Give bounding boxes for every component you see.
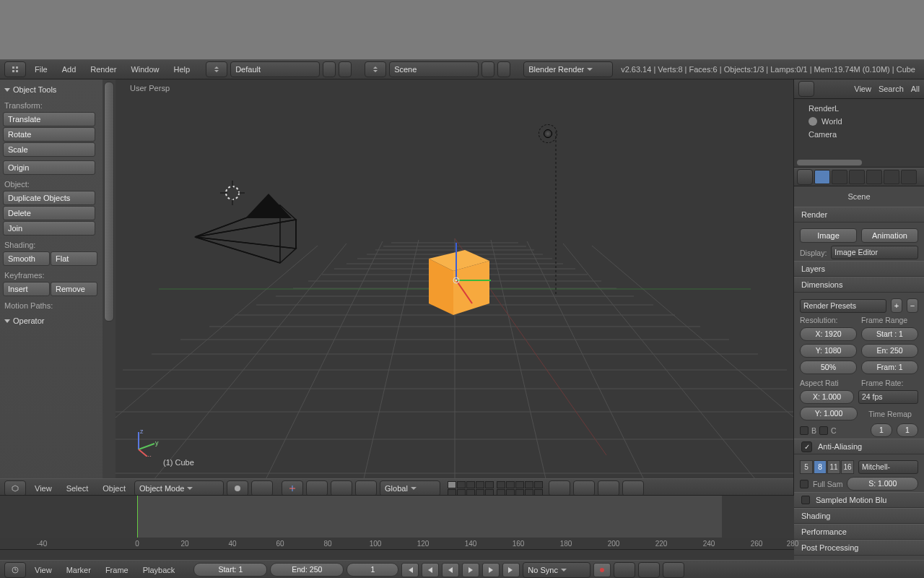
tab-constraints[interactable] xyxy=(884,170,899,184)
menu-file[interactable]: File xyxy=(29,65,53,74)
render-engine-dropdown[interactable]: Blender Render xyxy=(523,61,613,77)
aa-5[interactable]: 5 xyxy=(800,460,813,474)
outliner-item-renderlayers[interactable]: RenderL xyxy=(808,102,921,115)
manipulator-translate[interactable] xyxy=(306,480,328,496)
field-frame-start[interactable]: Start : 1 xyxy=(861,327,918,341)
section-render[interactable]: Render xyxy=(794,207,924,223)
manipulator-toggle[interactable] xyxy=(282,480,303,496)
fps-dropdown[interactable]: 24 fps xyxy=(858,390,918,404)
menu-view[interactable]: View xyxy=(29,484,58,493)
layout-add[interactable] xyxy=(323,61,336,77)
tab-modifiers[interactable] xyxy=(901,170,917,184)
section-layers[interactable]: Layers xyxy=(794,261,924,277)
outliner-menu-view[interactable]: View xyxy=(854,85,871,93)
field-current-frame[interactable]: 1 xyxy=(346,563,398,577)
scene-browse[interactable] xyxy=(365,61,386,77)
sync-dropdown[interactable]: No Sync xyxy=(523,562,590,578)
section-smb[interactable]: Sampled Motion Blu xyxy=(794,492,924,508)
btn-insert-key[interactable]: Insert xyxy=(3,282,50,296)
full-sample-toggle[interactable] xyxy=(800,480,808,488)
panel-operator[interactable]: Operator xyxy=(3,315,105,328)
editor-type-selector[interactable] xyxy=(4,61,26,77)
tl-menu-marker[interactable]: Marker xyxy=(61,566,97,574)
field-remap-new[interactable]: 1 xyxy=(897,423,918,437)
keying-set-dropdown[interactable] xyxy=(614,562,635,578)
display-dropdown[interactable]: Image Editor xyxy=(831,246,918,259)
editor-type-outliner[interactable] xyxy=(798,81,814,97)
btn-remove-key[interactable]: Remove xyxy=(51,282,97,296)
preset-remove[interactable]: − xyxy=(907,298,918,313)
outliner-item-camera[interactable]: Camera xyxy=(808,128,921,141)
outliner-menu-search[interactable]: Search xyxy=(879,85,904,93)
btn-scale[interactable]: Scale xyxy=(3,142,95,157)
btn-delete[interactable]: Delete xyxy=(3,206,95,220)
menu-window[interactable]: Window xyxy=(125,65,165,74)
section-post[interactable]: Post Processing xyxy=(794,540,924,556)
key-insert[interactable] xyxy=(638,562,660,578)
scene-add[interactable] xyxy=(481,61,494,77)
field-aspect-y[interactable]: Y: 1.000 xyxy=(800,407,858,420)
tab-object[interactable] xyxy=(866,170,882,184)
tl-menu-frame[interactable]: Frame xyxy=(100,566,134,574)
layer-buttons[interactable] xyxy=(448,481,543,496)
btn-prev-key[interactable] xyxy=(422,563,439,577)
aa-samples[interactable]: 581116 xyxy=(800,460,854,474)
btn-autokey[interactable] xyxy=(593,563,611,577)
btn-origin[interactable]: Origin xyxy=(3,160,95,175)
tl-menu-view[interactable]: View xyxy=(29,566,58,574)
btn-rotate[interactable]: Rotate xyxy=(3,127,95,142)
render-presets-dropdown[interactable]: Render Presets xyxy=(800,299,886,313)
menu-object[interactable]: Object xyxy=(97,484,131,493)
field-frame-end[interactable]: En: 250 xyxy=(861,344,918,358)
manipulator-rotate[interactable] xyxy=(331,480,352,496)
tab-render[interactable] xyxy=(814,170,830,184)
btn-render-image[interactable]: Image xyxy=(800,228,857,243)
section-performance[interactable]: Performance xyxy=(794,524,924,540)
outliner-tree[interactable]: RenderL World Camera xyxy=(794,99,924,168)
key-delete[interactable] xyxy=(663,562,684,578)
editor-type-properties[interactable] xyxy=(797,169,813,185)
outliner-item-world[interactable]: World xyxy=(808,115,921,128)
smb-checkbox[interactable] xyxy=(801,496,810,504)
menu-help[interactable]: Help xyxy=(168,65,196,74)
aa-11[interactable]: 11 xyxy=(827,460,840,474)
timeline-graph[interactable]: -40 0 20 40 60 80 100 120 140 160 180 20… xyxy=(0,495,794,550)
outliner-filter-all[interactable]: All xyxy=(911,85,920,93)
section-antialiasing[interactable]: Anti-Aliasing xyxy=(794,439,924,454)
tab-scene[interactable] xyxy=(832,170,847,184)
menu-add[interactable]: Add xyxy=(56,65,82,74)
btn-duplicate[interactable]: Duplicate Objects xyxy=(3,191,95,205)
btn-smooth[interactable]: Smooth xyxy=(3,251,50,266)
snap-element[interactable] xyxy=(598,480,619,496)
outliner-hscroll[interactable] xyxy=(797,160,862,165)
cube-object[interactable] xyxy=(420,237,500,324)
preset-add[interactable]: + xyxy=(891,298,902,313)
snap-toggle[interactable] xyxy=(573,480,595,496)
panel-object-tools[interactable]: Object Tools xyxy=(3,84,105,97)
menu-select[interactable]: Select xyxy=(61,484,95,493)
section-shading[interactable]: Shading xyxy=(794,508,924,524)
3d-viewport[interactable]: User Persp xyxy=(116,79,794,478)
btn-next-key[interactable] xyxy=(482,563,500,577)
crop-toggle[interactable] xyxy=(819,426,828,435)
tl-menu-playback[interactable]: Playback xyxy=(137,566,181,574)
btn-render-anim[interactable]: Animation xyxy=(861,228,918,243)
field-remap-old[interactable]: 1 xyxy=(871,423,892,437)
layout-delete[interactable] xyxy=(339,61,352,77)
tab-world[interactable] xyxy=(849,170,865,184)
aa-8[interactable]: 8 xyxy=(814,460,827,474)
section-dimensions[interactable]: Dimensions xyxy=(794,277,924,293)
editor-type-3dview[interactable] xyxy=(4,480,26,496)
aa-checkbox[interactable] xyxy=(801,441,812,452)
btn-jump-end[interactable] xyxy=(502,563,520,577)
aa-filter-dropdown[interactable]: Mitchell- xyxy=(858,460,918,474)
scene-dropdown[interactable]: Scene xyxy=(389,61,479,77)
orientation-dropdown[interactable]: Global xyxy=(380,480,440,496)
field-resy[interactable]: Y: 1080 xyxy=(800,344,857,358)
btn-play[interactable] xyxy=(462,563,479,577)
render-preview[interactable] xyxy=(622,480,644,496)
mode-dropdown[interactable]: Object Mode xyxy=(134,480,224,496)
viewport-shading[interactable] xyxy=(227,480,248,496)
field-resx[interactable]: X: 1920 xyxy=(800,327,857,341)
aa-16[interactable]: 16 xyxy=(841,460,854,474)
